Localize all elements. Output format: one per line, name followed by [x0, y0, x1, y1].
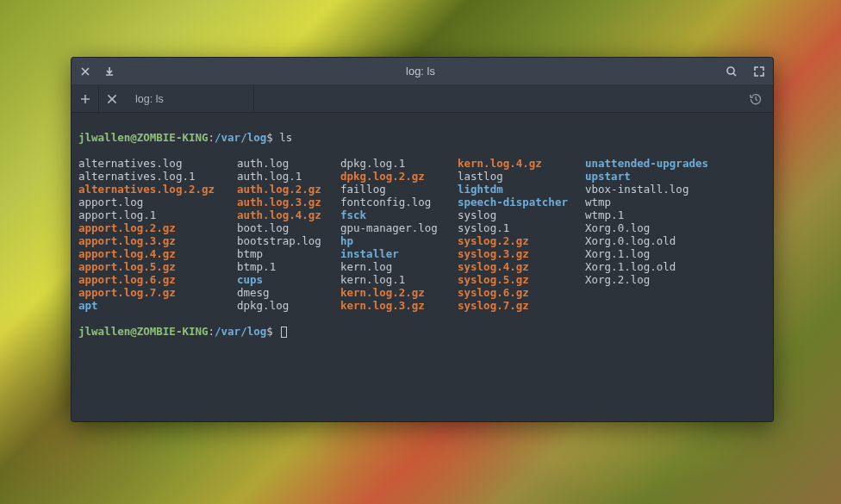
- close-window-icon[interactable]: [78, 65, 92, 78]
- file-entry: apport.log.5.gz: [78, 260, 237, 273]
- file-entry: apport.log.2.gz: [78, 221, 237, 234]
- prompt-line: jlwallen@ZOMBIE-KING:/var/log$ ls: [78, 131, 766, 144]
- file-entry: apport.log.1: [78, 208, 237, 221]
- file-entry: apport.log.6.gz: [78, 273, 237, 286]
- tab-close-icon[interactable]: [106, 93, 118, 105]
- file-entry: apt: [78, 299, 237, 312]
- file-entry: apport.log.3.gz: [78, 234, 237, 247]
- file-entry: apport.log.4.gz: [78, 247, 237, 260]
- window-title: log: ls: [116, 65, 725, 78]
- file-entry: alternatives.log.1: [78, 170, 237, 183]
- file-entry: kern.log.4.gz: [458, 157, 585, 170]
- file-entry: syslog.7.gz: [458, 299, 585, 312]
- file-entry: unattended-upgrades: [585, 157, 708, 170]
- file-entry: fsck: [340, 208, 458, 221]
- terminal-window: log: ls log: ls jlwallen@ZOMBIE-KING:/va…: [71, 57, 774, 422]
- file-entry: Xorg.0.log.old: [585, 234, 708, 247]
- cursor: [281, 327, 287, 338]
- file-entry: syslog: [458, 208, 585, 221]
- file-entry: hp: [340, 234, 458, 247]
- file-entry: wtmp.1: [585, 208, 708, 221]
- file-entry: lastlog: [458, 170, 585, 183]
- file-entry: Xorg.2.log: [585, 273, 708, 286]
- file-entry: faillog: [340, 183, 458, 196]
- ls-listing: alternatives.logalternatives.log.1altern…: [78, 157, 766, 312]
- file-entry: dpkg.log: [237, 299, 340, 312]
- file-entry: cups: [237, 273, 340, 286]
- file-entry: bootstrap.log: [237, 234, 340, 247]
- file-entry: auth.log.4.gz: [237, 208, 340, 221]
- file-entry: dmesg: [237, 286, 340, 299]
- file-entry: auth.log.3.gz: [237, 196, 340, 208]
- file-entry: syslog.2.gz: [458, 234, 585, 247]
- file-entry: syslog.6.gz: [458, 286, 585, 299]
- file-entry: upstart: [585, 170, 708, 183]
- expand-icon[interactable]: [752, 65, 766, 78]
- file-entry: lightdm: [458, 183, 585, 196]
- file-entry: btmp.1: [237, 260, 340, 273]
- file-entry: dpkg.log.2.gz: [340, 170, 458, 183]
- file-entry: apport.log: [78, 196, 237, 208]
- file-entry: apport.log.7.gz: [78, 286, 237, 299]
- new-tab-button[interactable]: [72, 85, 99, 112]
- file-entry: installer: [340, 247, 458, 260]
- file-entry: kern.log.2.gz: [340, 286, 458, 299]
- file-entry: kern.log.3.gz: [340, 299, 458, 312]
- file-entry: Xorg.0.log: [585, 221, 708, 234]
- prompt-line: jlwallen@ZOMBIE-KING:/var/log$: [78, 325, 766, 338]
- tab-label: log: ls: [135, 93, 164, 105]
- tab[interactable]: log: ls: [99, 85, 254, 112]
- file-entry: boot.log: [237, 221, 340, 234]
- titlebar: log: ls: [72, 58, 773, 85]
- file-entry: syslog.4.gz: [458, 260, 585, 273]
- file-entry: btmp: [237, 247, 340, 260]
- file-entry: syslog.1: [458, 221, 585, 234]
- file-entry: vbox-install.log: [585, 183, 708, 196]
- download-icon[interactable]: [103, 65, 116, 78]
- terminal-output[interactable]: jlwallen@ZOMBIE-KING:/var/log$ ls altern…: [72, 113, 773, 421]
- file-entry: alternatives.log: [78, 157, 237, 170]
- search-icon[interactable]: [725, 65, 738, 78]
- file-entry: speech-dispatcher: [458, 196, 585, 208]
- file-entry: auth.log.2.gz: [237, 183, 340, 196]
- file-entry: fontconfig.log: [340, 196, 458, 208]
- tabbar: log: ls: [72, 85, 773, 113]
- file-entry: syslog.5.gz: [458, 273, 585, 286]
- file-entry: kern.log: [340, 260, 458, 273]
- file-entry: wtmp: [585, 196, 708, 208]
- svg-point-0: [727, 67, 734, 74]
- file-entry: Xorg.1.log: [585, 247, 708, 260]
- file-entry: syslog.3.gz: [458, 247, 585, 260]
- file-entry: kern.log.1: [340, 273, 458, 286]
- file-entry: auth.log.1: [237, 170, 340, 183]
- history-icon[interactable]: [749, 92, 763, 106]
- file-entry: dpkg.log.1: [340, 157, 458, 170]
- file-entry: alternatives.log.2.gz: [78, 183, 237, 196]
- file-entry: Xorg.1.log.old: [585, 260, 708, 273]
- file-entry: auth.log: [237, 157, 340, 170]
- file-entry: gpu-manager.log: [340, 221, 458, 234]
